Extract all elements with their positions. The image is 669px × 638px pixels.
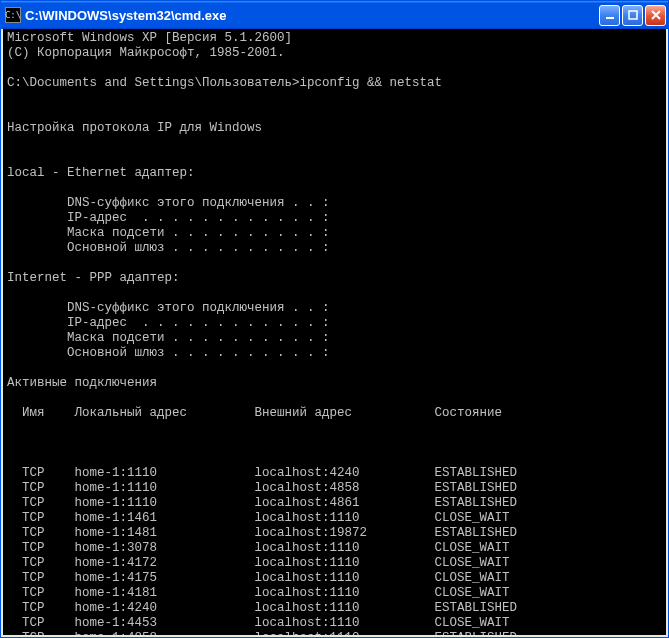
titlebar[interactable]: C:\ C:\WINDOWS\system32\cmd.exe <box>1 1 668 29</box>
window-icon: C:\ <box>5 7 21 23</box>
minimize-icon <box>605 10 615 20</box>
window-title: C:\WINDOWS\system32\cmd.exe <box>25 8 599 23</box>
svg-rect-1 <box>629 11 637 19</box>
console-output[interactable]: Microsoft Windows XP [Версия 5.1.2600] (… <box>1 29 668 637</box>
minimize-button[interactable] <box>599 5 620 26</box>
maximize-icon <box>628 10 638 20</box>
close-button[interactable] <box>645 5 666 26</box>
titlebar-controls <box>599 5 666 26</box>
svg-rect-0 <box>606 17 614 19</box>
maximize-button[interactable] <box>622 5 643 26</box>
cmd-window: C:\ C:\WINDOWS\system32\cmd.exe Microsof… <box>0 0 669 638</box>
close-icon <box>651 10 661 20</box>
